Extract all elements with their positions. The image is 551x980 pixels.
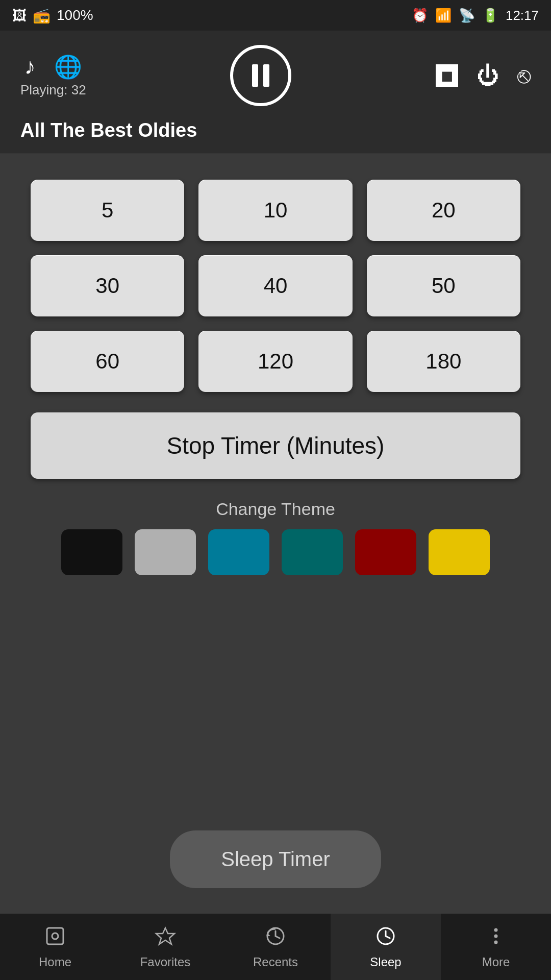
photo-icon: 🖼 [12, 7, 27, 24]
radio-icon: 📻 [33, 7, 51, 24]
favorites-label: Favorites [140, 955, 191, 969]
share-icon[interactable]: ⎋ [517, 63, 531, 88]
alarm-icon: ⏰ [412, 8, 428, 23]
pause-icon [249, 64, 272, 87]
theme-label: Change Theme [216, 499, 335, 519]
sleep-icon [374, 925, 397, 951]
recents-icon [264, 925, 287, 951]
theme-colors [61, 529, 490, 575]
status-bar: 🖼 📻 100% ⏰ 📶 📡 🔋 12:17 [0, 0, 551, 31]
nav-home[interactable]: Home [0, 914, 110, 980]
svg-marker-4 [267, 933, 270, 936]
svg-point-8 [494, 940, 498, 944]
globe-icon[interactable]: 🌐 [54, 54, 82, 80]
nav-favorites[interactable]: Favorites [110, 914, 220, 980]
timer-5-button[interactable]: 5 [31, 180, 184, 241]
theme-section: Change Theme [31, 499, 520, 575]
power-icon[interactable]: ⏻ [477, 63, 499, 88]
home-icon [44, 925, 66, 951]
svg-marker-2 [156, 928, 174, 944]
timer-60-button[interactable]: 60 [31, 331, 184, 392]
main-content: 5 10 20 30 40 50 60 120 180 Stop Timer (… [0, 154, 551, 914]
theme-swatch-gray[interactable] [135, 529, 196, 575]
more-label: More [482, 955, 510, 969]
theme-swatch-blue[interactable] [208, 529, 269, 575]
sleep-label: Sleep [370, 955, 401, 969]
music-note-icon[interactable]: ♪ [24, 54, 36, 80]
signal-icon: 📡 [459, 8, 475, 23]
svg-point-1 [52, 933, 58, 939]
time-display: 12:17 [506, 8, 539, 23]
sleep-timer-button[interactable]: Sleep Timer [170, 830, 381, 888]
station-name: All The Best Oldies [0, 114, 551, 154]
playing-text: Playing: 32 [20, 82, 86, 98]
top-controls: ♪ 🌐 Playing: 32 ■ ⏻ ⎋ [0, 31, 551, 114]
svg-point-6 [494, 928, 498, 932]
svg-point-7 [494, 934, 498, 938]
theme-swatch-black[interactable] [61, 529, 122, 575]
battery-icon: 🔋 [482, 8, 498, 23]
timer-40-button[interactable]: 40 [198, 255, 352, 316]
timer-20-button[interactable]: 20 [367, 180, 520, 241]
more-icon [485, 925, 507, 951]
pause-button[interactable] [230, 45, 291, 106]
theme-swatch-red[interactable] [355, 529, 416, 575]
stop-icon[interactable]: ■ [436, 64, 458, 87]
timer-120-button[interactable]: 120 [198, 331, 352, 392]
theme-swatch-teal[interactable] [282, 529, 343, 575]
sleep-timer-section: Sleep Timer [170, 830, 381, 898]
battery-count: 100% [57, 7, 93, 23]
top-right-section: ■ ⏻ ⎋ [436, 63, 531, 88]
timer-180-button[interactable]: 180 [367, 331, 520, 392]
favorites-icon [154, 925, 177, 951]
wifi-icon: 📶 [435, 8, 452, 23]
nav-more[interactable]: More [441, 914, 551, 980]
stop-timer-button[interactable]: Stop Timer (Minutes) [31, 412, 520, 479]
status-right-icons: ⏰ 📶 📡 🔋 12:17 [412, 8, 539, 23]
home-label: Home [39, 955, 71, 969]
theme-swatch-yellow[interactable] [429, 529, 490, 575]
nav-recents[interactable]: Recents [220, 914, 331, 980]
timer-50-button[interactable]: 50 [367, 255, 520, 316]
timer-30-button[interactable]: 30 [31, 255, 184, 316]
nav-sleep[interactable]: Sleep [331, 914, 441, 980]
recents-label: Recents [253, 955, 298, 969]
timer-grid: 5 10 20 30 40 50 60 120 180 [31, 180, 520, 392]
timer-10-button[interactable]: 10 [198, 180, 352, 241]
status-left-icons: 🖼 📻 100% [12, 7, 93, 24]
svg-rect-0 [47, 928, 63, 944]
bottom-nav: Home Favorites Recents Sleep [0, 914, 551, 980]
top-left-section: ♪ 🌐 Playing: 32 [20, 54, 86, 98]
